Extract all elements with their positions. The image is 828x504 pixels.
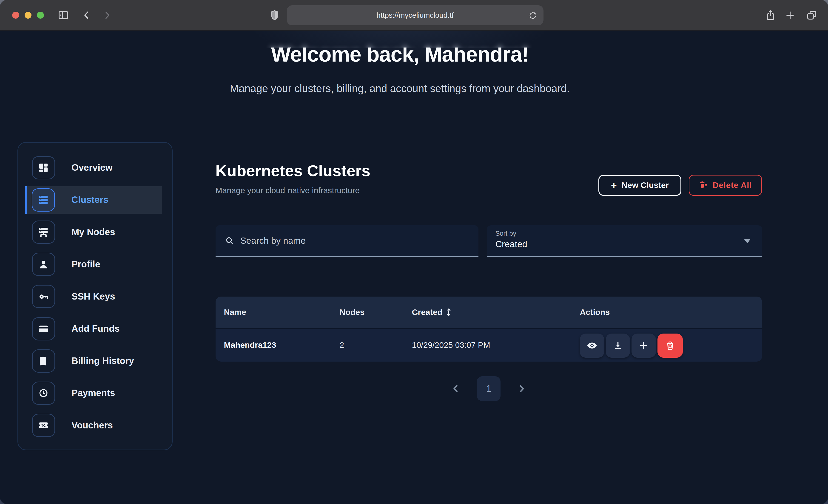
sidebar-item-ssh-keys[interactable]: SSH Keys xyxy=(18,281,172,312)
sidebar-item-my-nodes[interactable]: My Nodes xyxy=(18,216,172,248)
sidebar-item-profile[interactable]: Profile xyxy=(18,248,172,281)
welcome-hero: Welcome back, Mahendra! Welcome back, Ma… xyxy=(0,31,799,136)
address-bar[interactable]: https://myceliumcloud.tf xyxy=(287,5,543,25)
download-icon xyxy=(613,340,623,351)
download-kubeconfig-button[interactable] xyxy=(606,334,630,358)
search-field[interactable] xyxy=(215,225,479,257)
share-icon[interactable] xyxy=(765,9,776,21)
plus-icon xyxy=(638,340,649,351)
key-icon xyxy=(32,285,55,308)
delete-all-button[interactable]: Delete All xyxy=(689,175,762,196)
ticket-icon xyxy=(32,414,55,437)
sidebar-label: My Nodes xyxy=(72,227,115,238)
sidebar-label: SSH Keys xyxy=(72,291,115,302)
new-tab-icon[interactable] xyxy=(785,10,795,20)
sidebar-item-payments[interactable]: Payments xyxy=(18,377,172,409)
previous-page-icon[interactable] xyxy=(450,383,461,394)
sidebar-label: Billing History xyxy=(72,355,134,366)
forward-icon[interactable] xyxy=(102,10,112,20)
shield-icon[interactable] xyxy=(270,10,279,21)
cluster-name: Mahendra123 xyxy=(224,329,276,362)
hero-glow: Welcome back, Mahendra! xyxy=(0,31,799,48)
plus-icon: + xyxy=(611,180,617,191)
welcome-title: Welcome back, Mahendra! xyxy=(0,42,799,67)
profile-icon xyxy=(32,253,55,276)
next-page-icon[interactable] xyxy=(516,383,527,394)
sidebar-item-vouchers[interactable]: Vouchers xyxy=(18,409,172,442)
sidebar-item-overview[interactable]: Overview xyxy=(18,152,172,184)
receipt-icon xyxy=(32,349,55,373)
clock-icon xyxy=(32,382,55,405)
card-icon xyxy=(32,317,55,340)
add-node-button[interactable] xyxy=(631,334,656,358)
sort-value: Created xyxy=(495,239,527,249)
tabs-icon[interactable] xyxy=(806,10,817,21)
pagination: 1 xyxy=(215,376,762,401)
sidebar-label: Vouchers xyxy=(72,420,113,431)
hero-glow-text: Welcome back, Mahendra! xyxy=(0,42,799,48)
clusters-table: Name Nodes Created Actions Mahendra123 xyxy=(215,297,762,362)
browser-window: https://myceliumcloud.tf xyxy=(0,0,828,504)
sidebar-label: Overview xyxy=(72,162,113,173)
eye-icon xyxy=(586,340,598,351)
cluster-nodes: 2 xyxy=(340,329,344,362)
header-actions: + New Cluster Delete All xyxy=(598,175,762,196)
nodes-icon xyxy=(32,220,55,244)
page-subtitle: Manage your cloud-native infrastructure xyxy=(215,186,360,195)
search-input[interactable] xyxy=(240,236,479,246)
page-title: Kubernetes Clusters xyxy=(215,162,370,180)
window-controls xyxy=(12,0,44,30)
close-window-button[interactable] xyxy=(12,12,19,18)
trash-icon xyxy=(665,340,675,351)
caret-down-icon xyxy=(744,239,751,243)
sidebar-toggle-icon[interactable] xyxy=(57,9,69,21)
column-nodes: Nodes xyxy=(340,297,365,328)
sort-arrows-icon xyxy=(446,308,451,317)
cluster-created: 10/29/2025 03:07 PM xyxy=(412,329,490,362)
search-icon xyxy=(224,236,235,246)
back-icon[interactable] xyxy=(81,10,92,20)
current-page[interactable]: 1 xyxy=(477,376,500,401)
table-header: Name Nodes Created Actions xyxy=(215,297,762,328)
delete-sweep-icon xyxy=(699,181,708,190)
delete-cluster-button[interactable] xyxy=(658,334,683,358)
sidebar-item-billing-history[interactable]: Billing History xyxy=(18,345,172,377)
column-name: Name xyxy=(224,297,246,328)
sidebar-label: Payments xyxy=(72,388,115,398)
sidebar-label: Profile xyxy=(72,259,100,270)
browser-toolbar: https://myceliumcloud.tf xyxy=(0,0,828,31)
zoom-window-button[interactable] xyxy=(37,12,44,18)
minimize-window-button[interactable] xyxy=(25,12,32,18)
sort-label: Sort by xyxy=(495,230,516,237)
column-actions: Actions xyxy=(580,297,610,328)
new-cluster-button[interactable]: + New Cluster xyxy=(598,175,681,196)
sort-select[interactable]: Sort by Created xyxy=(487,225,762,257)
sidebar-label: Add Funds xyxy=(72,324,120,334)
dashboard-icon xyxy=(32,156,55,179)
page-content: Welcome back, Mahendra! Welcome back, Ma… xyxy=(0,31,828,504)
sidebar-item-clusters[interactable]: Clusters xyxy=(25,186,162,214)
welcome-subtitle: Manage your clusters, billing, and accou… xyxy=(0,82,799,95)
sidebar: Overview Clusters xyxy=(17,142,173,450)
reload-icon[interactable] xyxy=(529,11,537,19)
row-actions xyxy=(580,334,683,358)
column-created[interactable]: Created xyxy=(412,297,451,328)
table-row: Mahendra123 2 10/29/2025 03:07 PM xyxy=(215,328,762,362)
sidebar-item-add-funds[interactable]: Add Funds xyxy=(18,312,172,345)
sidebar-label: Clusters xyxy=(72,195,109,205)
url-text: https://myceliumcloud.tf xyxy=(376,11,454,19)
clusters-icon xyxy=(32,188,55,212)
view-cluster-button[interactable] xyxy=(580,334,604,358)
